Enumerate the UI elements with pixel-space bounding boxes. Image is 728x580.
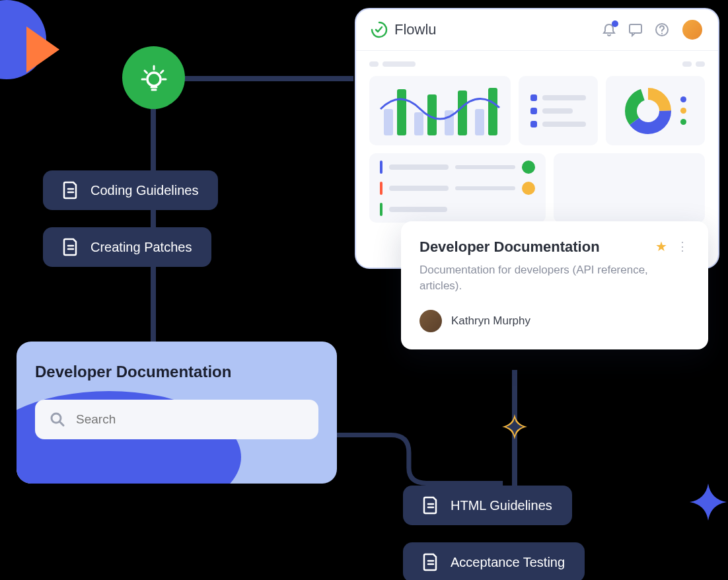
widget-tasks[interactable]	[369, 153, 546, 223]
author-name: Kathryn Murphy	[451, 314, 530, 328]
widget-bar-chart[interactable]	[369, 76, 511, 145]
notifications-button[interactable]	[602, 22, 616, 37]
svg-rect-5	[397, 89, 406, 135]
header-actions	[602, 18, 704, 41]
breadcrumb-placeholder	[369, 61, 705, 67]
decorative-sparkle-icon	[688, 482, 728, 522]
knowledge-card-patches[interactable]: Creating Patches	[43, 227, 211, 267]
lightbulb-icon	[138, 62, 170, 94]
svg-rect-11	[488, 88, 497, 135]
document-icon	[423, 496, 439, 515]
logo-icon	[371, 21, 388, 38]
help-icon	[655, 22, 669, 37]
svg-rect-9	[458, 91, 467, 135]
knowledge-card-html[interactable]: HTML Guidelines	[403, 486, 572, 525]
connector-line	[182, 76, 353, 81]
doc-search-panel: Developer Documentation	[17, 342, 337, 484]
chat-button[interactable]	[628, 22, 643, 37]
more-icon[interactable]: ⋮	[676, 239, 690, 254]
svg-point-1	[52, 414, 61, 423]
document-icon	[63, 181, 79, 199]
help-button[interactable]	[655, 22, 669, 37]
doc-card-author: Kathryn Murphy	[419, 310, 690, 332]
search-icon	[50, 412, 65, 427]
donut-chart-icon	[625, 88, 671, 134]
sparkle-icon	[501, 413, 528, 441]
doc-card-title: Developer Documentation	[419, 238, 600, 256]
svg-rect-10	[475, 109, 484, 135]
svg-rect-4	[384, 109, 393, 135]
decorative-arrow-icon	[26, 26, 59, 73]
star-icon[interactable]: ★	[655, 238, 667, 254]
search-box[interactable]	[35, 400, 318, 439]
card-label: HTML Guidelines	[451, 498, 552, 513]
svg-rect-6	[414, 112, 423, 135]
doc-panel-title: Developer Documentation	[35, 363, 318, 381]
user-avatar[interactable]	[681, 18, 704, 41]
mini-chart-icon	[377, 83, 503, 139]
chat-icon	[628, 22, 643, 37]
card-label: Creating Patches	[91, 240, 192, 255]
idea-node	[122, 46, 185, 109]
widget-empty[interactable]	[554, 153, 705, 223]
app-logo[interactable]: Flowlu	[371, 21, 437, 38]
author-avatar	[419, 310, 442, 332]
knowledge-card-acceptance[interactable]: Acceptance Testing	[403, 542, 585, 580]
knowledge-card-coding[interactable]: Coding Guidelines	[43, 170, 218, 210]
brand-name: Flowlu	[394, 21, 437, 38]
app-header: Flowlu	[356, 9, 718, 51]
search-input[interactable]	[76, 412, 304, 427]
card-label: Acceptance Testing	[451, 555, 565, 570]
widget-list[interactable]	[519, 76, 598, 145]
document-icon	[423, 553, 439, 571]
donut-legend	[680, 96, 686, 125]
app-body	[356, 51, 718, 241]
svg-point-0	[147, 73, 161, 86]
doc-preview-card[interactable]: Developer Documentation ★ ⋮ Documentatio…	[401, 221, 708, 349]
notification-dot	[612, 20, 618, 27]
card-label: Coding Guidelines	[91, 183, 198, 198]
document-icon	[63, 238, 79, 256]
widget-donut-chart[interactable]	[606, 76, 705, 145]
svg-rect-2	[630, 24, 641, 33]
doc-card-description: Documentation for developers (API refere…	[419, 262, 690, 294]
